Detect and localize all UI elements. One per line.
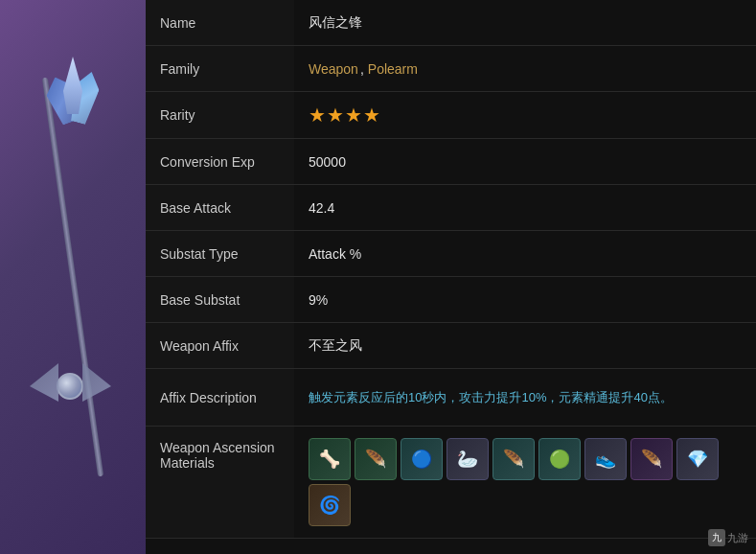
- family-value: Weapon, Polearm: [294, 46, 756, 91]
- material-3: 🔵: [401, 438, 443, 480]
- conversion-row: Conversion Exp 50000: [146, 139, 756, 185]
- info-panel: Name 风信之锋 Family Weapon, Polearm Rarity …: [146, 0, 756, 554]
- base-attack-row: Base Attack 42.4: [146, 185, 756, 231]
- star-1: ★: [309, 104, 326, 127]
- weapon-affix-value: 不至之风: [294, 323, 756, 368]
- materials-list: 🦴 🪶 🔵 🦢 🪶 🟢 👟 🪶 💎 🌀: [309, 438, 742, 526]
- spear-head: [63, 57, 82, 114]
- affix-desc-row: Affix Description 触发元素反应后的10秒内，攻击力提升10%，…: [146, 369, 756, 427]
- conversion-label: Conversion Exp: [146, 139, 294, 184]
- family-type2-link[interactable]: Polearm: [368, 61, 418, 77]
- material-8: 🪶: [630, 438, 673, 480]
- conversion-value: 50000: [294, 139, 756, 184]
- name-row: Name 风信之锋: [146, 0, 756, 46]
- wing-right: [82, 363, 111, 402]
- substat-type-label: Substat Type: [146, 231, 294, 276]
- watermark-content: 九 九游: [708, 529, 748, 546]
- base-attack-label: Base Attack: [146, 185, 294, 230]
- base-substat-value: 9%: [294, 277, 756, 322]
- material-4: 🦢: [447, 438, 489, 480]
- star-3: ★: [345, 104, 362, 127]
- rarity-label: Rarity: [146, 92, 294, 138]
- rarity-row: Rarity ★ ★ ★ ★: [146, 92, 756, 139]
- wing-left: [30, 363, 58, 402]
- weapon-panel: [0, 0, 146, 554]
- family-separator: ,: [360, 61, 364, 77]
- star-4: ★: [363, 104, 380, 127]
- substat-type-value: Attack %: [294, 231, 756, 276]
- weapon-affix-row: Weapon Affix 不至之风: [146, 323, 756, 369]
- family-row: Family Weapon, Polearm: [146, 46, 756, 92]
- material-1: 🦴: [309, 438, 351, 480]
- name-label: Name: [146, 0, 294, 45]
- spear-tip: [49, 57, 97, 143]
- rarity-value: ★ ★ ★ ★: [294, 92, 756, 138]
- materials-row: Weapon Ascension Materials 🦴 🪶 🔵 🦢 🪶 🟢 👟…: [146, 427, 756, 539]
- material-10: 🌀: [309, 484, 351, 526]
- material-6: 🟢: [538, 438, 581, 480]
- material-2: 🪶: [355, 438, 397, 480]
- weapon-image: [20, 47, 126, 507]
- base-substat-label: Base Substat: [146, 277, 294, 322]
- affix-desc-value: 触发元素反应后的10秒内，攻击力提升10%，元素精通提升40点。: [294, 369, 756, 426]
- materials-value: 🦴 🪶 🔵 🦢 🪶 🟢 👟 🪶 💎 🌀: [294, 427, 756, 538]
- affix-desc-label: Affix Description: [146, 369, 294, 426]
- family-label: Family: [146, 46, 294, 91]
- watermark-icon: 九: [708, 529, 725, 546]
- base-attack-value: 42.4: [294, 185, 756, 230]
- star-2: ★: [327, 104, 344, 127]
- substat-type-row: Substat Type Attack %: [146, 231, 756, 277]
- base-substat-row: Base Substat 9%: [146, 277, 756, 323]
- material-9: 💎: [676, 438, 719, 480]
- name-value: 风信之锋: [294, 0, 756, 45]
- family-type1-link[interactable]: Weapon: [309, 61, 358, 77]
- affix-desc-text: 触发元素反应后的10秒内，攻击力提升10%，元素精通提升40点。: [309, 388, 673, 407]
- material-5: 🪶: [493, 438, 535, 480]
- watermark-text: 九游: [727, 531, 748, 545]
- watermark: 九 九游: [708, 529, 748, 546]
- weapon-affix-label: Weapon Affix: [146, 323, 294, 368]
- materials-label: Weapon Ascension Materials: [146, 427, 294, 538]
- spear-orb: [57, 373, 83, 400]
- material-7: 👟: [584, 438, 627, 480]
